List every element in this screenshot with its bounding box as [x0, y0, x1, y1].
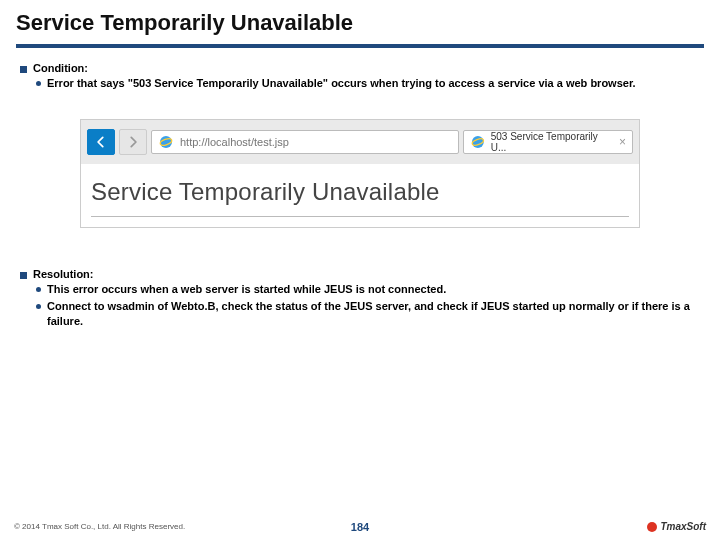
page-number: 184	[351, 521, 369, 533]
browser-tab: 503 Service Temporarily U... ×	[463, 130, 633, 154]
forward-button	[119, 129, 147, 155]
title-wrap: Service Temporarily Unavailable	[0, 0, 720, 40]
browser-toolbar: http://localhost/test.jsp 503 Service Te…	[81, 120, 639, 164]
slide: Service Temporarily Unavailable Conditio…	[0, 0, 720, 540]
dot-bullet-icon	[36, 81, 41, 86]
copyright: © 2014 Tmax Soft Co., Ltd. All Rights Re…	[14, 522, 185, 531]
square-bullet-icon	[20, 66, 27, 73]
resolution-bullet-1: This error occurs when a web server is s…	[20, 282, 700, 297]
back-button	[87, 129, 115, 155]
resolution-heading-row: Resolution:	[20, 268, 700, 280]
brand-logo: TmaxSoft	[647, 521, 706, 532]
divider	[91, 216, 629, 217]
brand-name: TmaxSoft	[660, 521, 706, 532]
svg-point-0	[160, 136, 172, 148]
svg-point-2	[472, 136, 484, 148]
arrow-right-icon	[126, 135, 140, 149]
resolution-bullet-2: Connect to wsadmin of Webto.B, check the…	[20, 299, 700, 329]
close-icon: ×	[619, 135, 626, 149]
resolution-block: Resolution: This error occurs when a web…	[20, 268, 700, 329]
tab-title: 503 Service Temporarily U...	[491, 131, 614, 153]
resolution-text-2: Connect to wsadmin of Webto.B, check the…	[47, 299, 700, 329]
page-title: Service Temporarily Unavailable	[16, 10, 704, 36]
dot-bullet-icon	[36, 287, 41, 292]
resolution-heading: Resolution:	[33, 268, 94, 280]
footer: © 2014 Tmax Soft Co., Ltd. All Rights Re…	[0, 521, 720, 532]
condition-heading: Condition:	[33, 62, 88, 74]
arrow-left-icon	[94, 135, 108, 149]
body: Condition: Error that says "503 Service …	[0, 48, 720, 328]
resolution-text-1: This error occurs when a web server is s…	[47, 282, 446, 297]
ie-icon	[158, 134, 174, 150]
condition-heading-row: Condition:	[20, 62, 700, 74]
address-bar: http://localhost/test.jsp	[151, 130, 459, 154]
ie-tab-icon	[470, 134, 486, 150]
dot-bullet-icon	[36, 304, 41, 309]
browser-content: Service Temporarily Unavailable	[81, 164, 639, 227]
logo-circle-icon	[647, 522, 657, 532]
square-bullet-icon	[20, 272, 27, 279]
condition-text: Error that says "503 Service Temporarily…	[47, 76, 636, 91]
error-heading: Service Temporarily Unavailable	[91, 178, 629, 206]
url-text: http://localhost/test.jsp	[180, 136, 289, 148]
condition-bullet: Error that says "503 Service Temporarily…	[20, 76, 700, 91]
browser-screenshot: http://localhost/test.jsp 503 Service Te…	[80, 119, 640, 228]
